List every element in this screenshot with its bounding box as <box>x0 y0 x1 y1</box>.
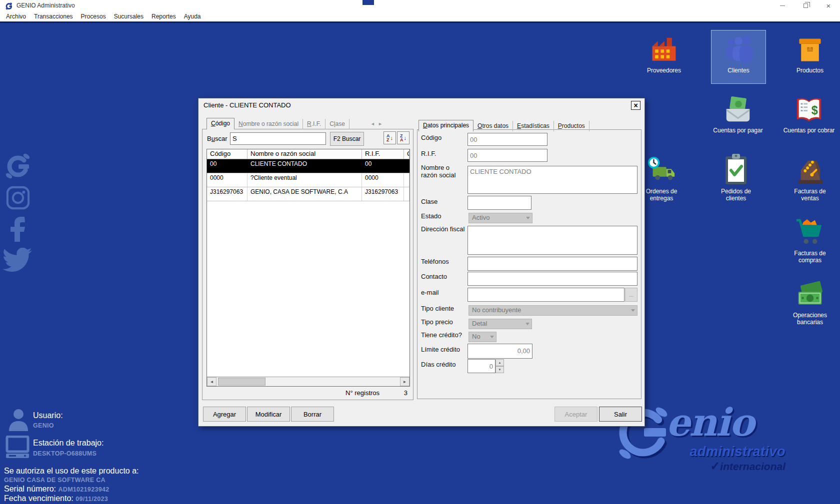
header-cell-codigo[interactable]: Código <box>207 149 248 159</box>
tab-estadisticas[interactable]: Estadísticas <box>513 121 554 131</box>
logo-administrativo: administrativo <box>690 444 786 460</box>
f2-buscar-button[interactable]: F2 Buscar <box>330 132 364 146</box>
license-label: Se autoriza el uso de este producto a: <box>4 467 139 476</box>
desktop-icon-pedidos-de-clientes[interactable]: Pedidos de clientes <box>710 153 762 202</box>
menu-item-ayuda[interactable]: Ayuda <box>180 12 205 21</box>
expiry-value: 09/11/2023 <box>76 496 108 503</box>
search-input[interactable] <box>230 132 326 145</box>
desktop-icon-facturas-de-ventas[interactable]: Facturas de ventas <box>785 154 835 202</box>
menu-item-reportes[interactable]: Reportes <box>148 12 180 21</box>
sort-desc-button[interactable]: ZA ↓ <box>397 131 410 144</box>
desktop-icon-operaciones-bancarias[interactable]: Operaciones bancarias <box>783 279 837 326</box>
menu-item-archivo[interactable]: Archivo <box>2 12 30 21</box>
restore-button[interactable] <box>794 0 817 11</box>
minimize-button[interactable] <box>771 0 794 11</box>
tab-productos[interactable]: Productos <box>554 121 590 131</box>
direccion-field[interactable] <box>468 226 638 255</box>
table-cell <box>404 159 410 173</box>
tab-scroll-left-button[interactable]: ◄ <box>370 121 375 126</box>
clipboard-check-icon <box>722 153 750 186</box>
table-row[interactable]: J316297063 GENIO, CASA DE SOFTWARE, C.A … <box>207 187 410 201</box>
desktop-icon-label: Productos <box>796 67 824 74</box>
license-value: GENIO CASA DE SOFTWARE CA <box>4 477 106 484</box>
menubar: Archivo Transacciones Procesos Sucursale… <box>0 11 840 21</box>
dias-credito-field[interactable] <box>468 359 496 373</box>
spin-up-button[interactable]: ▲ <box>496 359 504 366</box>
header-cell-clase[interactable]: Clase <box>404 149 410 159</box>
rif-label: R.I.F. <box>421 150 436 157</box>
telefonos-field[interactable] <box>468 257 638 271</box>
scroll-thumb[interactable] <box>218 378 266 386</box>
tab-nombre-razon-social[interactable]: Nombre o razón social <box>234 119 303 129</box>
header-cell-rif[interactable]: R.I.F. <box>362 149 404 159</box>
table-cell <box>404 187 410 201</box>
dialog-close-button[interactable]: × <box>631 101 640 110</box>
desktop-icon-label: Cuentas por cobrar <box>784 127 835 134</box>
table-cell: J316297063 <box>207 187 248 201</box>
dias-credito-stepper: ▲ ▼ <box>496 359 504 373</box>
genio-app-icon <box>5 2 13 10</box>
menu-item-transacciones[interactable]: Transacciones <box>30 12 77 21</box>
tab-rif[interactable]: R.I.F. <box>303 119 326 129</box>
scroll-left-button[interactable]: ◄ <box>207 377 216 386</box>
nombre-field[interactable]: CLIENTE CONTADO <box>468 166 638 194</box>
sort-asc-button[interactable]: AZ ↓ <box>384 131 396 144</box>
desktop-icon-cuentas-por-cobrar[interactable]: $ Cuentas por cobrar <box>783 94 835 134</box>
twitter-icon <box>2 248 33 275</box>
table-cell <box>404 173 410 187</box>
factory-icon <box>649 34 679 65</box>
agregar-button[interactable]: Agregar <box>203 407 246 422</box>
tab-otros-datos[interactable]: Otros datos <box>474 121 513 131</box>
email-field[interactable] <box>468 288 624 302</box>
table-row[interactable]: 0000 ?Cliente eventual 0000 <box>207 173 410 187</box>
money-bills-icon <box>794 279 826 310</box>
codigo-field[interactable] <box>468 133 548 146</box>
limite-credito-field[interactable] <box>468 344 532 359</box>
contacto-label: Contacto <box>421 273 447 280</box>
modificar-button[interactable]: Modificar <box>247 407 290 422</box>
contacto-field[interactable] <box>468 272 638 286</box>
tipo-cliente-select: No contribuyente <box>468 305 638 316</box>
buscar-label: Buscar <box>207 135 227 142</box>
close-button[interactable]: × <box>817 0 840 11</box>
table-cell: CLIENTE CONTADO <box>248 159 362 173</box>
desktop-icon-clientes[interactable]: Clientes <box>711 30 766 84</box>
table-row-selected[interactable]: 00 CLIENTE CONTADO 00 <box>207 159 410 173</box>
header-cell-nombre[interactable]: Nombre o razón social <box>248 149 362 159</box>
tab-datos-principales[interactable]: Datos principales <box>418 120 474 131</box>
table-cell: ?Cliente eventual <box>248 173 362 187</box>
genio-logo-text: enio <box>666 400 754 445</box>
email-more-button[interactable]: ... <box>625 288 638 302</box>
cash-register-icon <box>794 154 826 186</box>
desktop-icon-facturas-de-compras[interactable]: Facturas de compras <box>785 217 835 264</box>
salir-button[interactable]: Salir <box>599 407 642 422</box>
restore-icon <box>804 3 808 8</box>
titlebar-blue-notch <box>362 0 374 5</box>
tab-codigo[interactable]: Código <box>206 118 234 129</box>
spin-down-button[interactable]: ▼ <box>496 366 504 373</box>
desktop-icon-proveedores[interactable]: Proveedores <box>639 34 689 74</box>
table-header: Código Nombre o razón social R.I.F. Clas… <box>207 149 410 159</box>
delivery-truck-icon <box>646 155 677 186</box>
clase-field[interactable] <box>468 196 532 210</box>
tab-clase[interactable]: Clase <box>326 119 350 129</box>
tab-scroll-right-button[interactable]: ► <box>378 121 382 126</box>
app-title: GENIO Administrativo <box>16 2 75 9</box>
rif-field[interactable] <box>468 149 548 162</box>
table-cell: 0000 <box>362 173 404 187</box>
desktop-icon-productos[interactable]: Productos <box>785 34 835 74</box>
menu-item-sucursales[interactable]: Sucursales <box>110 12 148 21</box>
check-icon: ✓ <box>710 459 720 473</box>
registros-label: N° registros <box>346 389 380 397</box>
borrar-button[interactable]: Borrar <box>291 407 334 422</box>
scroll-right-button[interactable]: ► <box>400 377 410 386</box>
menu-item-procesos[interactable]: Procesos <box>77 12 110 21</box>
shopping-cart-icon <box>794 217 826 248</box>
dialog-title: Cliente - CLIENTE CONTADO <box>204 101 291 109</box>
desktop-icon-cuentas-por-pagar[interactable]: Cuentas por pagar <box>712 94 764 134</box>
workstation-icon <box>5 436 30 461</box>
direccion-label: Dirección fiscal <box>421 225 464 233</box>
desktop-icon-label: Facturas de compras <box>794 250 826 264</box>
svg-text:$: $ <box>812 104 818 117</box>
tipo-cliente-label: Tipo cliente <box>421 305 454 312</box>
